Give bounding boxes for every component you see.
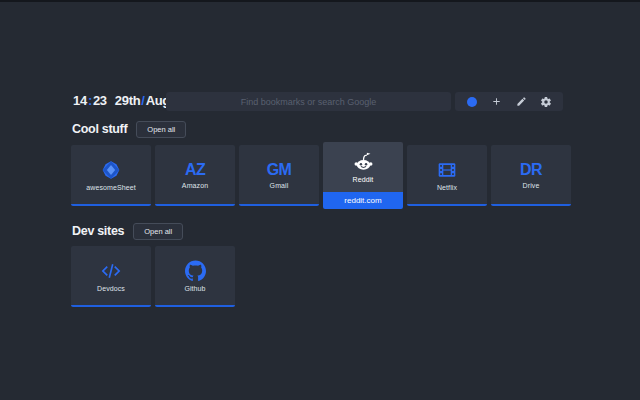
bookmark-row-cool-stuff: awesomeSheet AZ Amazon GM Gmail bbox=[71, 145, 571, 209]
bookmark-card-github[interactable]: Github bbox=[155, 246, 235, 307]
bookmark-monogram: DR bbox=[520, 161, 542, 179]
section-header-cool-stuff: Cool stuff Open all bbox=[72, 120, 186, 138]
section-title: Dev sites bbox=[72, 224, 124, 238]
bookmark-row-dev-sites: Devdocs Github bbox=[71, 246, 235, 307]
film-frame-icon bbox=[437, 159, 457, 181]
settings-button[interactable] bbox=[537, 93, 555, 110]
profile-dot-button[interactable] bbox=[463, 93, 481, 110]
bookmark-card-amazon[interactable]: AZ Amazon bbox=[155, 145, 235, 206]
bookmark-card-drive[interactable]: DR Drive bbox=[491, 145, 571, 206]
profile-dot-icon bbox=[467, 97, 477, 107]
bookmark-card-awesomesheet[interactable]: awesomeSheet bbox=[71, 145, 151, 206]
bookmark-label: Reddit bbox=[353, 176, 374, 183]
open-all-button[interactable]: Open all bbox=[133, 223, 183, 240]
bookmark-card-reddit[interactable]: Reddit reddit.com bbox=[323, 142, 403, 209]
bookmark-monogram: AZ bbox=[185, 161, 205, 179]
code-brackets-icon bbox=[100, 260, 122, 282]
bookmark-card-reddit-body: Reddit bbox=[323, 142, 403, 192]
bookmark-label: Drive bbox=[523, 182, 540, 189]
add-bookmark-button[interactable] bbox=[488, 93, 506, 110]
github-logo-icon bbox=[185, 260, 206, 282]
bookmark-card-devdocs[interactable]: Devdocs bbox=[71, 246, 151, 307]
search-input[interactable] bbox=[166, 92, 451, 111]
reddit-logo-icon bbox=[352, 151, 375, 173]
gem-favicon-icon bbox=[101, 159, 121, 181]
section-header-dev-sites: Dev sites Open all bbox=[72, 222, 183, 240]
bookmark-card-gmail[interactable]: GM Gmail bbox=[239, 145, 319, 206]
bookmark-label: Devdocs bbox=[97, 285, 125, 292]
bookmark-label: Gmail bbox=[270, 182, 289, 189]
clock-hour: 14 bbox=[73, 93, 87, 108]
section-title: Cool stuff bbox=[72, 122, 127, 136]
clock-minute: 23 bbox=[93, 93, 107, 108]
header-toolbar bbox=[455, 92, 563, 111]
bookmark-label: awesomeSheet bbox=[86, 184, 135, 191]
date-day: 29th bbox=[115, 93, 141, 108]
bookmark-card-netflix[interactable]: Netflix bbox=[407, 145, 487, 206]
bookmark-label: Github bbox=[184, 285, 205, 292]
open-all-button[interactable]: Open all bbox=[136, 121, 186, 138]
new-tab-dashboard: 14:2329th/August Cool stuff Open all bbox=[0, 0, 640, 400]
pencil-icon bbox=[516, 96, 527, 107]
bookmark-monogram: GM bbox=[267, 161, 292, 179]
bookmark-label: Amazon bbox=[182, 182, 208, 189]
bookmark-label: Netflix bbox=[437, 184, 457, 191]
plus-icon bbox=[491, 96, 502, 107]
bookmark-url-tooltip: reddit.com bbox=[323, 192, 403, 209]
edit-button[interactable] bbox=[512, 93, 530, 110]
window-top-edge bbox=[0, 0, 640, 2]
gear-icon bbox=[540, 96, 552, 108]
